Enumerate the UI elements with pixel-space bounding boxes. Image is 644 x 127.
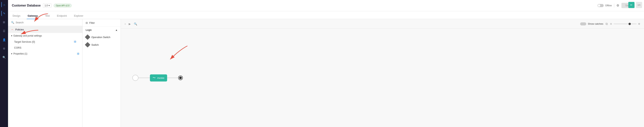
logic-label: Logic [86,29,92,31]
operation-switch-diamond-icon [85,34,90,40]
canvas-toolbar-right: Show catches ⧉ ⊖ ⊕ [580,22,640,26]
show-catches-toggle[interactable]: Show catches [580,22,603,26]
offline-toggle[interactable]: Offline [598,4,612,7]
gateway-settings-label: Gateway and portal settings [14,34,42,37]
collapse-logic-icon[interactable]: ▲ [115,29,118,31]
policies-label: Policies [15,28,24,31]
sidebar-icon-people[interactable]: 👤 [1,37,7,42]
target-services-item[interactable]: Target Services (0) ⊕ [8,39,82,45]
tab-endpoint[interactable]: Endpoint [56,13,68,19]
page-title: Customer Database [12,4,40,7]
logic-item-switch[interactable]: Switch [82,41,121,48]
sidebar-icon-edit[interactable]: ✎ [1,11,7,16]
collapse-icon: ▾ [11,34,12,37]
flow-line-1 [138,78,150,78]
cors-label: CORS [14,46,22,49]
canvas-area: ‹ ▶ 🔍 Show catches ⧉ ⊖ ⊕ [121,19,644,127]
cors-item[interactable]: CORS [8,45,82,51]
properties-header[interactable]: ▾ Properties (1) ⊕ [8,51,82,57]
invoke-node[interactable]: 〜 invoke [150,74,167,82]
canvas-search-icon[interactable]: 🔍 [134,22,137,26]
sidebar-icon-search[interactable]: 🔍 [1,55,7,60]
filter-row[interactable]: ⊟ Filter [82,19,121,27]
sidebar-icon-list[interactable]: ☰ [1,28,7,34]
properties-label: Properties (1) [14,52,27,55]
add-property-button[interactable]: ⊕ [77,52,79,55]
version-selector[interactable]: 1.0 ▾ [43,4,52,8]
search-icon: 🔍 [11,21,14,24]
catches-toggle-switch[interactable] [580,22,586,26]
flow-end-node [178,76,182,80]
sidebar-icon-home[interactable]: ⌂ [1,2,7,7]
logic-header: Logic ▲ [82,27,121,33]
copy-canvas-icon[interactable]: ⧉ [606,22,608,26]
show-catches-label: Show catches [588,22,603,25]
search-box[interactable]: 🔍 [8,19,82,26]
tab-design[interactable]: Design [12,13,21,19]
expand-icon: ▾ [11,52,12,55]
api-badge: Open API v2.0 [54,4,72,7]
tab-test[interactable]: Test [44,13,50,19]
top-header: Customer Database 1.0 ▾ Open API v2.0 Of… [8,0,644,11]
left-panel: 🔍 ← Policies ▾ Gateway and portal settin… [8,19,82,127]
zoom-knob[interactable] [628,23,631,25]
invoke-node-label: invoke [157,76,164,80]
tab-bar: Design Gateway Test Endpoint Explorer [8,11,644,19]
back-nav-icon[interactable]: ‹ [125,22,126,26]
sidebar: ⌂ ✎ ⊞ ☰ 👤 ⚙ 🔍 [0,0,8,127]
offline-label: Offline [605,4,612,7]
chevron-down-icon: ▾ [48,4,50,7]
logic-item-operation-switch[interactable]: Operation Switch [82,33,121,41]
zoom-line[interactable] [614,24,636,24]
sidebar-icon-apps[interactable]: ⊞ [1,20,7,25]
main-content: Customer Database 1.0 ▾ Open API v2.0 Of… [8,0,644,127]
tab-explorer[interactable]: Explorer [73,13,84,19]
switch-diamond-icon [85,42,90,48]
zoom-slider[interactable]: ⊖ ⊕ [610,22,640,25]
play-icon[interactable]: ▶ [129,22,131,26]
red-arrow-invoke [164,44,193,63]
body-layout: 🔍 ← Policies ▾ Gateway and portal settin… [8,19,644,127]
switch-label: Switch [92,44,99,46]
operation-switch-label: Operation Switch [92,36,110,39]
policies-item[interactable]: ← Policies [8,26,82,33]
tab-gateway[interactable]: Gateway [27,13,38,19]
settings-gear-icon[interactable]: ⚙ [616,4,619,7]
flow-start-node [132,75,138,81]
search-input[interactable] [16,21,79,24]
arrow-left-icon: ← [11,28,14,31]
zoom-out-icon[interactable]: ⊖ [610,22,612,25]
filter-icon: ⊟ [86,22,88,24]
gateway-settings-header[interactable]: ▾ Gateway and portal settings [8,33,82,39]
flow-diagram: 〜 invoke [132,74,182,82]
canvas-content: 〜 invoke [121,29,644,127]
canvas-toolbar: ‹ ▶ 🔍 Show catches ⧉ ⊖ ⊕ [121,19,644,29]
center-panel: ⊟ Filter Logic ▲ Operation Switch Switch [82,19,121,127]
version-label: 1.0 [44,4,48,7]
toggle-knob [598,4,600,7]
target-services-label: Target Services (0) [14,40,35,43]
sidebar-icon-gear[interactable]: ⚙ [1,46,7,51]
filter-label: Filter [89,22,95,24]
zoom-in-icon[interactable]: ⊕ [638,22,640,25]
flow-line-2 [167,78,178,78]
add-target-button[interactable]: ⊕ [74,40,76,43]
invoke-node-icon: 〜 [152,76,156,80]
header-divider [614,4,614,8]
offline-switch[interactable] [598,4,604,7]
